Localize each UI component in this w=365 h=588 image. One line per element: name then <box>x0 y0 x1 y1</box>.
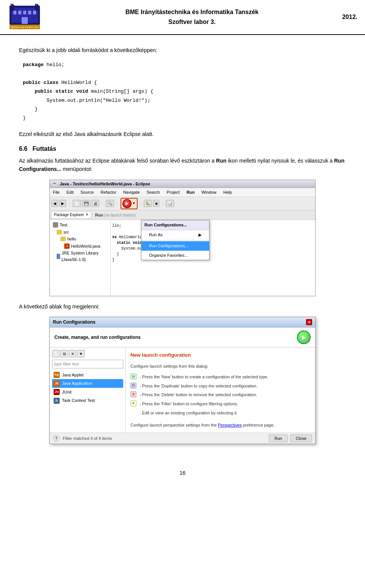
body-paragraph-1: Az alkalmazás futtatásához az Eclipse ab… <box>19 156 346 174</box>
main-content: Egészítsük ki a jobb oldali forráskódot … <box>0 35 365 462</box>
menu-file[interactable]: File <box>51 188 61 196</box>
flt-icon: F <box>130 400 136 406</box>
run-config-dialog: Run Configurations ✕ Create, manage, and… <box>49 317 316 444</box>
task-icon: Jᵤ <box>54 398 60 404</box>
menu-refactor[interactable]: Refactor <box>99 188 118 196</box>
info-dup: D - Press the 'Duplicate' button to copy… <box>130 383 311 390</box>
java-file-icon: J <box>64 243 70 249</box>
run-subtitle: (no launch history) <box>104 213 135 217</box>
eclipse-tabbar: Package Explorer ✕ Run (no launch histor… <box>50 210 315 220</box>
toolbar-save[interactable]: 💾 <box>82 200 90 207</box>
new-launch-config-label: New launch configuration <box>130 351 311 359</box>
info-del-text: - Press the 'Delete' button to remove th… <box>140 391 257 399</box>
run-button-footer[interactable]: Run <box>269 435 288 442</box>
menu-navigate[interactable]: Navigate <box>122 188 141 196</box>
java-app-icon: Jv <box>54 381 60 387</box>
menu-search[interactable]: Search <box>145 188 162 196</box>
page-number: 16 <box>0 462 365 485</box>
new-config-btn[interactable]: 📄 <box>52 350 60 357</box>
folder-icon <box>57 230 62 234</box>
lib-icon <box>57 254 60 259</box>
info-new: N - Press the 'New' button to create a c… <box>130 373 311 381</box>
menu-edit[interactable]: Edit <box>65 188 75 196</box>
filter-status: Filter matched 4 of 4 items <box>63 435 112 442</box>
dup-icon: D <box>130 383 136 389</box>
toolbar-debug[interactable]: 🐛 <box>144 200 152 207</box>
university-logo: M Ű E G Y E T E M 1 7 8 2 <box>8 4 42 30</box>
menu-run[interactable]: Run <box>185 188 196 196</box>
menu-window[interactable]: Window <box>200 188 218 196</box>
svg-text:M Ű E G Y E T E M  1 7 8 2: M Ű E G Y E T E M 1 7 8 2 <box>11 26 38 28</box>
svg-rect-3 <box>35 5 39 11</box>
run-dropdown-arrow[interactable]: ▼ <box>132 201 136 206</box>
package-explorer-label: Package Explorer <box>54 212 84 218</box>
svg-rect-9 <box>18 11 21 14</box>
perspectives-link[interactable]: Perspectives <box>218 423 242 427</box>
package-explorer-close[interactable]: ✕ <box>86 212 89 218</box>
run-dropdown-header: Run Configurations... <box>141 220 209 230</box>
folder-icon-hello <box>60 237 66 241</box>
info-del: ✕ - Press the 'Delete' button to remove … <box>130 391 311 399</box>
dialog-header: Create, manage, and run configurations ▶ <box>50 327 315 348</box>
package-explorer-tab[interactable]: Package Explorer ✕ <box>51 211 91 218</box>
del-icon: ✕ <box>130 391 136 397</box>
dialog-info: Configure launch settings from this dial… <box>130 363 311 429</box>
close-button-footer[interactable]: Close <box>290 435 312 442</box>
toolbar-perspectives[interactable]: 📊 <box>166 200 174 207</box>
svg-rect-6 <box>35 4 36 6</box>
dialog-left-toolbar: 📄 ⧉ ✕ ▼ <box>52 350 123 357</box>
page-header: M Ű E G Y E T E M 1 7 8 2 BME Irányítást… <box>0 0 365 35</box>
svg-rect-10 <box>23 11 26 14</box>
run-configurations-item[interactable]: Run Configurations... <box>141 241 209 251</box>
info-flt: F - Press the 'Filter' button to configu… <box>130 400 311 408</box>
config-item-junit[interactable]: Ju JUnit <box>52 388 123 397</box>
duplicate-config-btn[interactable]: ⧉ <box>60 350 68 357</box>
toolbar-print[interactable]: 🖨 <box>92 200 99 207</box>
svg-rect-11 <box>28 11 31 14</box>
toolbar-new[interactable]: 📄 <box>73 200 81 207</box>
dropdown-divider <box>141 240 209 240</box>
run-button[interactable]: ▶ <box>122 199 132 208</box>
tree-item-src: src <box>51 229 109 236</box>
svg-rect-13 <box>22 17 28 24</box>
toolbar-stop[interactable]: ■ <box>153 200 159 207</box>
new-icon: N <box>130 373 136 379</box>
dialog-titlebar: Run Configurations ✕ <box>50 317 315 327</box>
svg-rect-7 <box>36 4 38 6</box>
delete-config-btn[interactable]: ✕ <box>69 350 76 357</box>
run-dropdown-menu: Run Configurations... Run As Run Configu… <box>141 220 209 260</box>
dialog-body: 📄 ⧉ ✕ ▼ type filter text Ap Java Applet … <box>50 348 315 433</box>
toolbar-fwd[interactable]: ▶ <box>59 200 66 207</box>
info-configure-text: Configure launch settings from this dial… <box>130 363 311 370</box>
header-year: 2012. <box>342 13 357 22</box>
section-number: 6.6 <box>19 145 27 152</box>
dialog-run-icon[interactable]: ▶ <box>297 330 311 344</box>
config-item-applet[interactable]: Ap Java Applet <box>52 371 123 379</box>
organize-favorites-item[interactable]: Organize Favorites... <box>141 251 209 260</box>
info-edit-text: - Edit or view an existing configuration… <box>140 409 311 417</box>
tree-item-hello: hello <box>51 236 109 243</box>
filter-config-btn[interactable]: ▼ <box>77 350 85 357</box>
dialog-left-panel: 📄 ⧉ ✕ ▼ type filter text Ap Java Applet … <box>50 348 126 433</box>
applet-label: Java Applet <box>62 372 84 378</box>
svg-rect-8 <box>13 11 16 14</box>
menu-source[interactable]: Source <box>79 188 95 196</box>
perspective-text: Configure launch perspective settings fr… <box>130 422 311 429</box>
project-icon <box>53 222 58 228</box>
config-item-java-app[interactable]: Jv Java Application <box>52 379 123 388</box>
info-dup-text: - Press the 'Duplicate' button to copy t… <box>140 383 257 390</box>
help-button[interactable]: ? <box>53 435 60 442</box>
code-block: package hello; public class HelloWorld {… <box>23 60 346 123</box>
dialog-right-panel: New launch configuration Configure launc… <box>126 348 315 433</box>
svg-rect-12 <box>33 11 36 14</box>
run-as-item[interactable]: Run As <box>141 230 209 240</box>
menu-project[interactable]: Project <box>165 188 181 196</box>
eclipse-menubar: File Edit Source Refactor Navigate Searc… <box>50 188 315 197</box>
toolbar-back[interactable]: ◀ <box>51 200 58 207</box>
menu-help[interactable]: Help <box>222 188 233 196</box>
intro-paragraph: Egészítsük ki a jobb oldali forráskódot … <box>19 46 346 54</box>
dialog-close-button[interactable]: ✕ <box>306 319 312 325</box>
toolbar-search[interactable]: 🔍 <box>106 200 114 207</box>
filter-input[interactable]: type filter text <box>52 360 123 368</box>
config-item-task[interactable]: Jᵤ Task Context Test <box>52 396 123 405</box>
